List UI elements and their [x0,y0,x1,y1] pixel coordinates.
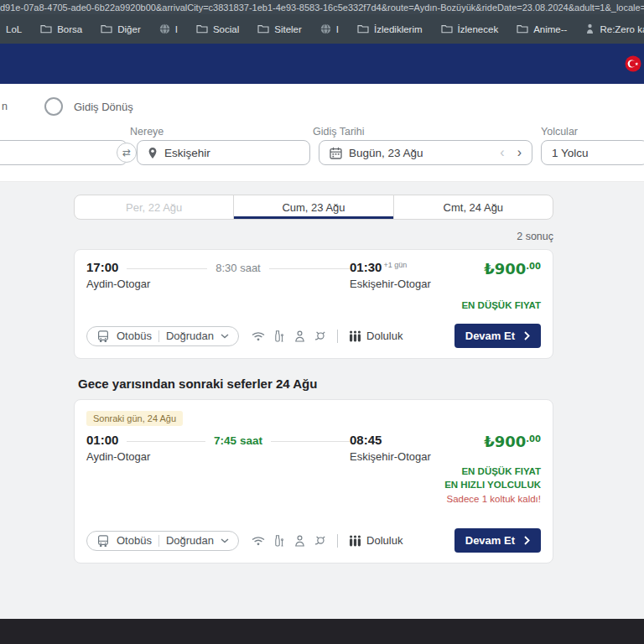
folder-icon [517,24,528,34]
folder-icon [257,24,269,34]
passengers-input[interactable]: 1 Yolcu [541,140,644,165]
taskbar[interactable] [0,619,644,644]
journey-line [269,268,350,269]
one-way-label-partial: n [2,101,8,112]
globe-icon [320,23,331,34]
fastest-trip-badge: EN HIZLI YOLCULUK [444,480,541,490]
occupancy-seats-icon [349,330,361,342]
continue-button[interactable]: Devam Et [454,324,541,348]
chevron-down-icon [221,334,229,339]
power-plug-icon [314,535,326,547]
lowest-price-badge: EN DÜŞÜK FIYAT [461,300,541,310]
attendant-icon [294,535,305,547]
attendant-icon [294,330,305,342]
passengers-value: 1 Yolcu [552,147,589,159]
occupancy-label: Doluluk [366,330,402,342]
trip-card-1: 17:00 Aydin-Otogar 8:30 saat 01:30+1 gün… [74,249,553,359]
bookmark-folder-anime[interactable]: Anime-- [517,24,567,34]
bus-icon [96,330,110,343]
transport-type-pill[interactable]: Otobüs Doğrudan [86,531,239,551]
round-trip-radio[interactable] [44,97,63,116]
folder-icon [441,24,453,34]
tab-next-date[interactable]: Cmt, 24 Ağu [393,195,553,220]
folder-icon [196,24,208,34]
turkish-flag-icon[interactable] [625,55,641,72]
results-area: Per, 22 Ağu Cum, 23 Ağu Cmt, 24 Ağu 2 so… [0,182,644,619]
site-favicon [585,23,595,34]
water-bottle-icon [274,534,285,547]
chevron-right-icon [524,536,530,545]
bookmark-folder-social[interactable]: Social [196,24,239,34]
date-input[interactable]: Bugün, 23 Ağu ‹ › [319,140,532,165]
departure-time: 17:00 [86,260,118,274]
journey-line [127,441,205,442]
departure-time: 01:00 [86,433,118,447]
site-header [0,44,644,84]
route-type-label: Doğrudan [166,330,214,342]
destination-input[interactable]: Eskişehir [137,140,310,165]
power-plug-icon [314,330,326,342]
route-type-label: Doğrudan [166,534,214,547]
occupancy-indicator[interactable]: Doluluk [349,330,402,342]
journey-line [127,268,207,269]
transport-type-pill[interactable]: Otobüs Doğrudan [86,326,239,346]
passengers-label: Yolcular [541,126,578,138]
wifi-icon [252,331,265,341]
browser-address-bar[interactable]: d91e-07a8-4705-ade0-6b22a9920b00&arrival… [0,0,644,14]
bookmark-folder-siteler[interactable]: Siteler [257,24,302,34]
location-pin-icon [148,147,158,159]
journey-line [271,441,350,442]
departure-station: Aydin-Otogar [86,450,150,463]
bookmark-site-1[interactable]: I [159,23,178,34]
divider [158,330,159,342]
transport-label: Otobüs [117,330,152,342]
arrival-station: Eskişehir-Otogar [350,450,431,463]
tab-current-date[interactable]: Cum, 23 Ağu [233,195,393,220]
bookmark-folder-diger[interactable]: Diğer [101,24,140,34]
calendar-icon [330,147,342,159]
divider [337,330,338,343]
water-bottle-icon [274,330,285,342]
trip-card-2: Sonraki gün, 24 Ağu 01:00 Aydin-Otogar 7… [74,399,553,564]
bookmarks-bar: LoL Borsa Diğer I Social Siteler I İzled… [0,14,644,44]
folder-icon [40,24,52,34]
swap-locations-button[interactable]: ⇄ [117,143,137,163]
chevron-down-icon [221,538,229,543]
bookmark-folder-izlediklerim[interactable]: İzlediklerim [357,24,423,34]
trip-duration: 8:30 saat [207,260,269,274]
bus-icon [96,534,110,548]
lowest-price-badge: EN DÜŞÜK FIYAT [444,466,541,476]
bookmark-site-2[interactable]: I [320,23,339,34]
divider [158,535,159,547]
destination-label: Nereye [130,126,164,138]
tab-prev-date[interactable]: Per, 22 Ağu [74,195,234,220]
origin-input[interactable] [0,140,127,165]
seats-left-warning: Sadece 1 koltuk kaldı! [444,494,541,504]
wifi-icon [252,536,265,546]
arrival-day-suffix: +1 gün [383,261,407,269]
arrival-time: 01:30+1 gün [350,260,407,274]
trip-duration-fastest: 7:45 saat [205,433,271,447]
next-day-badge: Sonraki gün, 24 Ağu [86,411,183,426]
midnight-section-heading: Gece yarısından sonraki seferler 24 Ağu [78,377,644,391]
arrival-station: Eskişehir-Otogar [350,278,431,290]
price: ₺900.00 [461,260,541,278]
bookmark-folder-izlenecek[interactable]: İzlenecek [441,24,499,34]
continue-button[interactable]: Devam Et [454,528,541,553]
date-value: Bugün, 23 Ağu [349,147,423,159]
bookmark-rezero[interactable]: Re:Zero kara Hajime... [585,23,644,34]
bookmark-lol[interactable]: LoL [6,24,22,34]
bookmark-folder-borsa[interactable]: Borsa [40,24,82,34]
amenities: Doluluk [252,330,402,343]
occupancy-indicator[interactable]: Doluluk [349,534,402,547]
previous-day-button[interactable]: ‹ [500,145,504,160]
destination-value: Eskişehir [164,147,210,159]
price: ₺900.00 [444,433,541,450]
folder-icon [101,24,112,34]
date-tabs: Per, 22 Ağu Cum, 23 Ağu Cmt, 24 Ağu [74,195,553,220]
globe-icon [159,23,170,34]
occupancy-label: Doluluk [366,534,402,547]
next-day-button[interactable]: › [517,145,522,160]
occupancy-seats-icon [349,535,361,547]
transport-label: Otobüs [117,534,152,547]
